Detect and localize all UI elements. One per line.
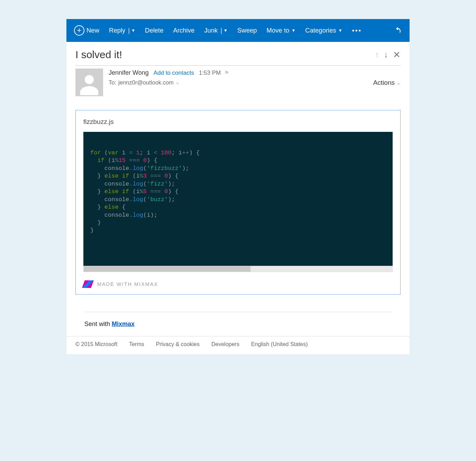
- message-subject: I solved it!: [75, 49, 375, 61]
- chevron-down-icon: ▼: [291, 28, 295, 33]
- code-block: for (var i = 1; i < 100; i++) { if (i%15…: [83, 132, 393, 266]
- expand-recipients-icon[interactable]: ⌄: [176, 80, 179, 85]
- code-snippet-card: fizzbuzz.js for (var i = 1; i < 100; i++…: [75, 110, 401, 295]
- footer-developers[interactable]: Developers: [211, 341, 239, 347]
- sent-with-line: Sent with Mixmax: [84, 312, 392, 336]
- mixmax-badge[interactable]: MADE WITH MIXMAX: [83, 280, 393, 288]
- more-menu[interactable]: •••: [352, 27, 362, 34]
- junk-menu[interactable]: Junk | ▼: [204, 27, 228, 34]
- chevron-down-icon: ⌄: [397, 80, 401, 85]
- undo-button[interactable]: [394, 26, 402, 35]
- new-button[interactable]: + New: [74, 25, 99, 36]
- timestamp: 1:53 PM: [199, 70, 221, 76]
- to-address: jennz0r@outlook.com: [118, 79, 174, 86]
- undo-icon: [394, 26, 402, 35]
- archive-button[interactable]: Archive: [173, 27, 195, 34]
- outlook-mail-reader: + New Reply | ▼ Delete Archive Junk | ▼ …: [66, 19, 410, 354]
- close-button[interactable]: ✕: [393, 49, 401, 60]
- message-body: fizzbuzz.js for (var i = 1; i < 100; i++…: [66, 96, 410, 336]
- reply-menu[interactable]: Reply | ▼: [109, 27, 135, 34]
- toolbar: + New Reply | ▼ Delete Archive Junk | ▼ …: [66, 19, 410, 42]
- message-header: Jennifer Wong Add to contacts 1:53 PM ⚑ …: [66, 66, 410, 96]
- mixmax-logo-icon: [82, 280, 94, 288]
- to-prefix: To:: [109, 79, 116, 86]
- person-icon: [77, 72, 101, 96]
- mixmax-link[interactable]: Mixmax: [112, 320, 135, 327]
- actions-menu[interactable]: Actions ⌄: [373, 69, 401, 96]
- footer: © 2015 Microsoft Terms Privacy & cookies…: [66, 336, 410, 354]
- horizontal-scrollbar[interactable]: [83, 266, 393, 272]
- next-message-button[interactable]: ↓: [384, 50, 388, 60]
- prev-message-button[interactable]: ↑: [375, 50, 379, 60]
- footer-copyright: © 2015 Microsoft: [75, 341, 117, 347]
- header-info: Jennifer Wong Add to contacts 1:53 PM ⚑ …: [109, 69, 368, 96]
- categories-menu[interactable]: Categories ▼: [305, 27, 342, 34]
- mixmax-badge-text: MADE WITH MIXMAX: [97, 281, 158, 287]
- chevron-down-icon: ▼: [338, 28, 342, 33]
- footer-language[interactable]: English (United States): [251, 341, 308, 347]
- subject-row: I solved it! ↑ ↓ ✕: [66, 42, 410, 65]
- add-to-contacts-link[interactable]: Add to contacts: [154, 70, 194, 76]
- footer-terms[interactable]: Terms: [129, 341, 144, 347]
- scrollbar-thumb[interactable]: [84, 266, 250, 272]
- delete-button[interactable]: Delete: [145, 27, 163, 34]
- sender-name: Jennifer Wong: [109, 69, 149, 76]
- footer-privacy[interactable]: Privacy & cookies: [156, 341, 200, 347]
- code-filename: fizzbuzz.js: [83, 118, 393, 126]
- message-nav: ↑ ↓ ✕: [375, 49, 401, 60]
- move-to-menu[interactable]: Move to ▼: [267, 27, 296, 34]
- avatar: [75, 69, 103, 96]
- plus-icon: +: [74, 25, 84, 36]
- chevron-down-icon: ▼: [223, 28, 228, 33]
- sweep-button[interactable]: Sweep: [237, 27, 257, 34]
- chevron-down-icon: ▼: [131, 28, 135, 33]
- new-label: New: [86, 27, 99, 34]
- flag-icon[interactable]: ⚑: [224, 70, 229, 76]
